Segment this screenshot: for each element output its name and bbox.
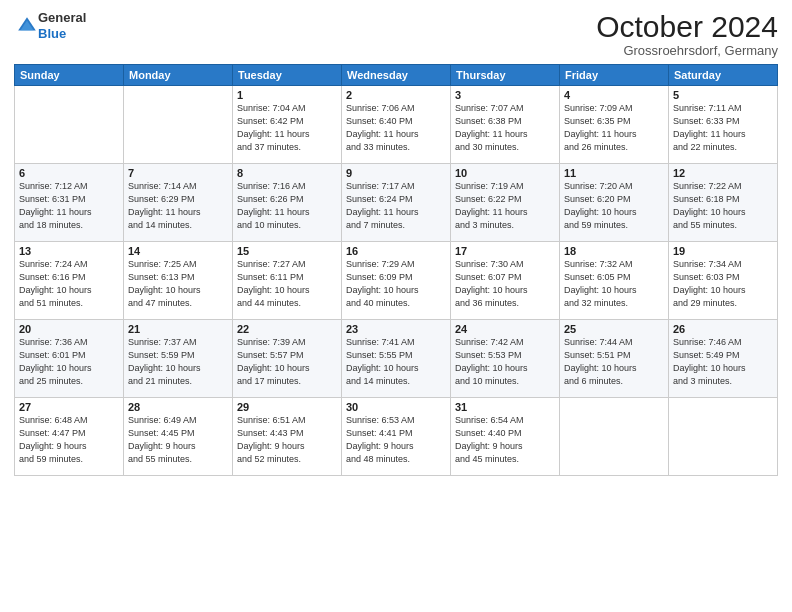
day-cell: 13Sunrise: 7:24 AM Sunset: 6:16 PM Dayli… <box>15 242 124 320</box>
calendar-table: SundayMondayTuesdayWednesdayThursdayFrid… <box>14 64 778 476</box>
day-number: 28 <box>128 401 228 413</box>
day-number: 23 <box>346 323 446 335</box>
day-number: 24 <box>455 323 555 335</box>
day-number: 14 <box>128 245 228 257</box>
day-cell: 17Sunrise: 7:30 AM Sunset: 6:07 PM Dayli… <box>451 242 560 320</box>
day-detail: Sunrise: 6:53 AM Sunset: 4:41 PM Dayligh… <box>346 414 446 466</box>
day-cell: 29Sunrise: 6:51 AM Sunset: 4:43 PM Dayli… <box>233 398 342 476</box>
day-detail: Sunrise: 7:36 AM Sunset: 6:01 PM Dayligh… <box>19 336 119 388</box>
weekday-header-saturday: Saturday <box>669 65 778 86</box>
day-detail: Sunrise: 7:39 AM Sunset: 5:57 PM Dayligh… <box>237 336 337 388</box>
day-cell <box>15 86 124 164</box>
day-cell: 22Sunrise: 7:39 AM Sunset: 5:57 PM Dayli… <box>233 320 342 398</box>
day-number: 9 <box>346 167 446 179</box>
day-detail: Sunrise: 7:37 AM Sunset: 5:59 PM Dayligh… <box>128 336 228 388</box>
day-number: 8 <box>237 167 337 179</box>
day-detail: Sunrise: 7:44 AM Sunset: 5:51 PM Dayligh… <box>564 336 664 388</box>
day-number: 15 <box>237 245 337 257</box>
weekday-header-thursday: Thursday <box>451 65 560 86</box>
day-number: 31 <box>455 401 555 413</box>
day-detail: Sunrise: 6:54 AM Sunset: 4:40 PM Dayligh… <box>455 414 555 466</box>
day-detail: Sunrise: 7:46 AM Sunset: 5:49 PM Dayligh… <box>673 336 773 388</box>
week-row-5: 27Sunrise: 6:48 AM Sunset: 4:47 PM Dayli… <box>15 398 778 476</box>
day-detail: Sunrise: 6:48 AM Sunset: 4:47 PM Dayligh… <box>19 414 119 466</box>
day-number: 17 <box>455 245 555 257</box>
day-number: 18 <box>564 245 664 257</box>
day-cell: 24Sunrise: 7:42 AM Sunset: 5:53 PM Dayli… <box>451 320 560 398</box>
day-detail: Sunrise: 7:25 AM Sunset: 6:13 PM Dayligh… <box>128 258 228 310</box>
day-cell: 30Sunrise: 6:53 AM Sunset: 4:41 PM Dayli… <box>342 398 451 476</box>
day-cell: 18Sunrise: 7:32 AM Sunset: 6:05 PM Dayli… <box>560 242 669 320</box>
weekday-header-friday: Friday <box>560 65 669 86</box>
logo: General Blue <box>14 10 86 41</box>
week-row-4: 20Sunrise: 7:36 AM Sunset: 6:01 PM Dayli… <box>15 320 778 398</box>
day-cell: 4Sunrise: 7:09 AM Sunset: 6:35 PM Daylig… <box>560 86 669 164</box>
day-detail: Sunrise: 7:04 AM Sunset: 6:42 PM Dayligh… <box>237 102 337 154</box>
day-number: 13 <box>19 245 119 257</box>
day-detail: Sunrise: 7:14 AM Sunset: 6:29 PM Dayligh… <box>128 180 228 232</box>
day-number: 19 <box>673 245 773 257</box>
day-cell: 31Sunrise: 6:54 AM Sunset: 4:40 PM Dayli… <box>451 398 560 476</box>
day-number: 4 <box>564 89 664 101</box>
day-cell: 21Sunrise: 7:37 AM Sunset: 5:59 PM Dayli… <box>124 320 233 398</box>
title-block: October 2024 Grossroehrsdorf, Germany <box>596 10 778 58</box>
day-number: 1 <box>237 89 337 101</box>
day-detail: Sunrise: 7:29 AM Sunset: 6:09 PM Dayligh… <box>346 258 446 310</box>
day-cell: 19Sunrise: 7:34 AM Sunset: 6:03 PM Dayli… <box>669 242 778 320</box>
day-detail: Sunrise: 7:19 AM Sunset: 6:22 PM Dayligh… <box>455 180 555 232</box>
day-number: 3 <box>455 89 555 101</box>
week-row-3: 13Sunrise: 7:24 AM Sunset: 6:16 PM Dayli… <box>15 242 778 320</box>
weekday-header-wednesday: Wednesday <box>342 65 451 86</box>
day-cell: 12Sunrise: 7:22 AM Sunset: 6:18 PM Dayli… <box>669 164 778 242</box>
day-cell: 16Sunrise: 7:29 AM Sunset: 6:09 PM Dayli… <box>342 242 451 320</box>
day-detail: Sunrise: 7:42 AM Sunset: 5:53 PM Dayligh… <box>455 336 555 388</box>
day-detail: Sunrise: 7:24 AM Sunset: 6:16 PM Dayligh… <box>19 258 119 310</box>
day-detail: Sunrise: 7:06 AM Sunset: 6:40 PM Dayligh… <box>346 102 446 154</box>
day-number: 27 <box>19 401 119 413</box>
day-detail: Sunrise: 7:41 AM Sunset: 5:55 PM Dayligh… <box>346 336 446 388</box>
page: General Blue October 2024 Grossroehrsdor… <box>0 0 792 612</box>
day-detail: Sunrise: 7:12 AM Sunset: 6:31 PM Dayligh… <box>19 180 119 232</box>
day-number: 20 <box>19 323 119 335</box>
day-cell: 28Sunrise: 6:49 AM Sunset: 4:45 PM Dayli… <box>124 398 233 476</box>
weekday-header-monday: Monday <box>124 65 233 86</box>
day-detail: Sunrise: 6:51 AM Sunset: 4:43 PM Dayligh… <box>237 414 337 466</box>
day-number: 30 <box>346 401 446 413</box>
day-cell: 8Sunrise: 7:16 AM Sunset: 6:26 PM Daylig… <box>233 164 342 242</box>
day-number: 26 <box>673 323 773 335</box>
logo-icon <box>16 15 38 37</box>
day-cell: 14Sunrise: 7:25 AM Sunset: 6:13 PM Dayli… <box>124 242 233 320</box>
day-detail: Sunrise: 7:17 AM Sunset: 6:24 PM Dayligh… <box>346 180 446 232</box>
day-detail: Sunrise: 7:16 AM Sunset: 6:26 PM Dayligh… <box>237 180 337 232</box>
day-detail: Sunrise: 7:22 AM Sunset: 6:18 PM Dayligh… <box>673 180 773 232</box>
month-title: October 2024 <box>596 10 778 43</box>
day-cell: 3Sunrise: 7:07 AM Sunset: 6:38 PM Daylig… <box>451 86 560 164</box>
day-number: 29 <box>237 401 337 413</box>
day-number: 16 <box>346 245 446 257</box>
logo-text: General Blue <box>38 10 86 41</box>
weekday-header-row: SundayMondayTuesdayWednesdayThursdayFrid… <box>15 65 778 86</box>
day-detail: Sunrise: 7:27 AM Sunset: 6:11 PM Dayligh… <box>237 258 337 310</box>
day-cell: 27Sunrise: 6:48 AM Sunset: 4:47 PM Dayli… <box>15 398 124 476</box>
day-cell: 11Sunrise: 7:20 AM Sunset: 6:20 PM Dayli… <box>560 164 669 242</box>
day-number: 25 <box>564 323 664 335</box>
day-number: 10 <box>455 167 555 179</box>
day-cell: 1Sunrise: 7:04 AM Sunset: 6:42 PM Daylig… <box>233 86 342 164</box>
day-number: 2 <box>346 89 446 101</box>
day-detail: Sunrise: 7:20 AM Sunset: 6:20 PM Dayligh… <box>564 180 664 232</box>
weekday-header-sunday: Sunday <box>15 65 124 86</box>
day-cell: 20Sunrise: 7:36 AM Sunset: 6:01 PM Dayli… <box>15 320 124 398</box>
day-number: 11 <box>564 167 664 179</box>
weekday-header-tuesday: Tuesday <box>233 65 342 86</box>
day-number: 22 <box>237 323 337 335</box>
day-cell: 6Sunrise: 7:12 AM Sunset: 6:31 PM Daylig… <box>15 164 124 242</box>
day-cell: 26Sunrise: 7:46 AM Sunset: 5:49 PM Dayli… <box>669 320 778 398</box>
day-number: 12 <box>673 167 773 179</box>
day-cell <box>124 86 233 164</box>
day-cell: 15Sunrise: 7:27 AM Sunset: 6:11 PM Dayli… <box>233 242 342 320</box>
logo-general: General <box>38 10 86 26</box>
day-detail: Sunrise: 7:34 AM Sunset: 6:03 PM Dayligh… <box>673 258 773 310</box>
day-detail: Sunrise: 7:07 AM Sunset: 6:38 PM Dayligh… <box>455 102 555 154</box>
week-row-2: 6Sunrise: 7:12 AM Sunset: 6:31 PM Daylig… <box>15 164 778 242</box>
day-number: 5 <box>673 89 773 101</box>
